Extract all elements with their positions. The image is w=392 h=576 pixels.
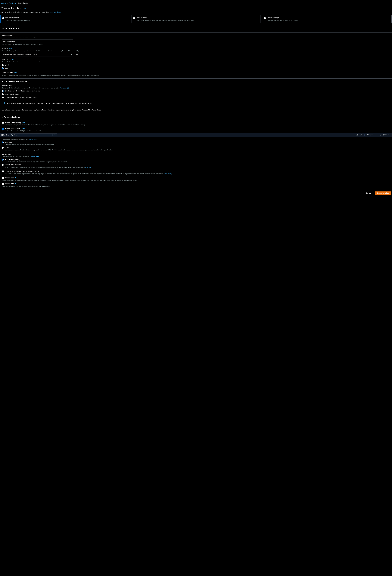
- execution-role-desc: Choose a role that defines the permissio…: [2, 87, 390, 89]
- radio-auth-aws-iam[interactable]: [2, 142, 4, 143]
- external-link-icon: [93, 167, 94, 168]
- code-signing-label: Enable Code signing: [5, 122, 21, 123]
- function-name-input[interactable]: [2, 39, 73, 43]
- radio-x86-64[interactable]: [2, 64, 4, 66]
- radio-create-new-role[interactable]: [2, 90, 4, 92]
- external-link-icon: [37, 156, 39, 157]
- card-author-from-scratch[interactable]: Author from scratch Start with a simple …: [0, 15, 130, 23]
- refresh-runtimes-button[interactable]: [75, 53, 79, 56]
- page-info-link[interactable]: Info: [24, 8, 27, 10]
- checkbox-configure-cors[interactable]: [2, 171, 4, 172]
- auth-type-learn-more[interactable]: Learn more: [29, 139, 38, 140]
- vpc-info-link[interactable]: Info: [15, 183, 18, 185]
- cors-learn-more[interactable]: Learn more: [164, 173, 172, 174]
- create-application-link[interactable]: Create application: [49, 11, 62, 13]
- alert-text: Role creation might take a few minutes. …: [7, 102, 92, 105]
- code-signing-desc: Use code signing configurations to ensur…: [2, 124, 390, 126]
- info-icon: i: [3, 102, 5, 104]
- checkbox-enable-code-signing[interactable]: [2, 122, 4, 124]
- advanced-settings-label: Advanced settings: [4, 116, 20, 118]
- services-menu-button[interactable]: Services: [1, 134, 9, 136]
- radio-auth-none[interactable]: [2, 147, 4, 149]
- external-link-icon: [36, 139, 38, 140]
- permissions-info-link[interactable]: Info: [14, 72, 17, 74]
- creation-type-cards: Author from scratch Start with a simple …: [0, 15, 392, 25]
- caret-down-icon: ▼: [2, 81, 3, 82]
- region-selector[interactable]: N. Virginia ▼: [367, 134, 374, 136]
- grid-icon: [1, 134, 2, 136]
- code-signing-info-link[interactable]: Info: [22, 122, 25, 123]
- runtime-info-link[interactable]: Info: [9, 48, 12, 49]
- breadcrumb-functions[interactable]: Functions: [9, 2, 16, 4]
- card-container-image[interactable]: Container image Select a container image…: [262, 15, 392, 23]
- radio-container-image[interactable]: [264, 17, 266, 19]
- auth-type-desc: Choose the auth type for your function U…: [2, 139, 390, 141]
- radio-invoke-buffered[interactable]: [2, 159, 4, 161]
- chevron-down-icon: ▼: [71, 54, 72, 55]
- tags-desc: A tag is a label that you assign to an A…: [2, 179, 390, 181]
- role-creation-alert: i Role creation might take a few minutes…: [2, 101, 390, 106]
- tags-label: Enable tags: [5, 177, 14, 179]
- bell-icon: [356, 134, 358, 136]
- stream-learn-more[interactable]: Learn more: [85, 167, 94, 168]
- cancel-button[interactable]: Cancel: [364, 191, 373, 195]
- cors-desc: Use CORS to allow access to your functio…: [5, 173, 172, 175]
- page-title: Create function: [0, 6, 22, 10]
- invoke-mode-label: Invoke mode: [2, 153, 390, 155]
- global-search[interactable]: [Alt+S]: [10, 134, 57, 136]
- arch-arm-label: arm64: [5, 67, 9, 69]
- architecture-desc: Choose the instruction set architecture …: [2, 61, 390, 63]
- advanced-settings-expander[interactable]: ▼ Advanced settings: [0, 114, 392, 119]
- search-shortcut: [Alt+S]: [52, 134, 56, 136]
- breadcrumb: Lambda › Functions › Create function: [0, 2, 392, 6]
- cloudshell-button[interactable]: [352, 134, 354, 136]
- runtime-select[interactable]: Provide your own bootstrap on Amazon Lin…: [2, 53, 73, 57]
- account-menu[interactable]: ilogiq @ 9204-8375: [379, 134, 391, 136]
- breadcrumb-lambda[interactable]: Lambda: [0, 2, 6, 4]
- invoke-learn-more[interactable]: Learn more: [30, 156, 39, 157]
- change-execution-role-expander[interactable]: ▼ Change default execution role: [0, 79, 392, 84]
- help-button[interactable]: [360, 134, 362, 136]
- auth-iam-label: AWS_IAM: [5, 141, 55, 144]
- help-icon: [361, 134, 362, 136]
- arch-x86-label: x86_64: [5, 64, 10, 66]
- vpc-desc: Connect your function to a VPC to access…: [2, 185, 390, 187]
- radio-create-from-template[interactable]: [2, 97, 4, 98]
- card-title: Container image: [267, 17, 390, 19]
- architecture-info-link[interactable]: Info: [12, 59, 14, 60]
- iam-console-link[interactable]: IAM console: [60, 87, 69, 89]
- radio-arm64[interactable]: [2, 67, 4, 69]
- function-name-label: Function name: [2, 34, 390, 37]
- expander-label: Change default execution role: [4, 80, 27, 83]
- caret-down-icon: ▼: [2, 116, 3, 118]
- global-nav-bar: Services [Alt+S] N. Virginia ▼ ilogiq @ …: [0, 133, 392, 137]
- checkbox-enable-vpc[interactable]: [2, 183, 4, 185]
- card-title: Use a blueprint: [136, 17, 259, 19]
- card-desc: Build a Lambda application from sample c…: [136, 20, 259, 21]
- checkbox-enable-tags[interactable]: [2, 177, 4, 179]
- opt-create-new-role: Create a new role with basic Lambda perm…: [5, 90, 40, 92]
- card-use-blueprint[interactable]: Use a blueprint Build a Lambda applicati…: [131, 15, 261, 23]
- chevron-right-icon: ›: [7, 2, 8, 4]
- terminal-icon: [352, 134, 354, 136]
- function-url-info-link[interactable]: Info: [22, 128, 25, 129]
- buffered-label: BUFFERED (default): [5, 159, 67, 161]
- create-function-button[interactable]: Create function: [375, 191, 391, 195]
- tags-info-link[interactable]: Info: [15, 177, 18, 179]
- radio-author-from-scratch[interactable]: [2, 17, 4, 19]
- external-link-icon: [67, 87, 69, 89]
- stream-label: RESPONSE_STREAM: [5, 164, 94, 166]
- radio-use-blueprint[interactable]: [133, 17, 135, 19]
- radio-invoke-stream[interactable]: [2, 164, 4, 166]
- stream-desc-text: Stream the invocation results. Streaming…: [5, 167, 85, 168]
- auth-none-desc: Lambda won't perform IAM authentication …: [5, 149, 113, 151]
- notifications-button[interactable]: [356, 134, 358, 136]
- auth-iam-desc: Only authenticated IAM users and roles c…: [5, 144, 55, 146]
- cors-desc-text: Use CORS to allow access to your functio…: [5, 173, 164, 174]
- function-name-help: Use only letters, numbers, hyphens, or u…: [2, 43, 390, 45]
- checkbox-enable-function-url[interactable]: [2, 128, 4, 130]
- search-icon: [11, 134, 13, 136]
- radio-use-existing-role[interactable]: [2, 93, 4, 95]
- stream-desc: Stream the invocation results. Streaming…: [5, 166, 94, 168]
- search-input[interactable]: [14, 134, 51, 136]
